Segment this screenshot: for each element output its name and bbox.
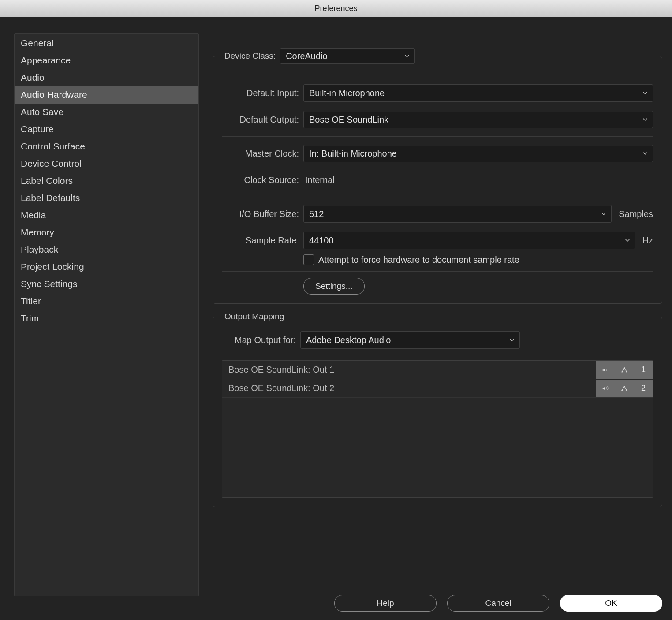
footer-buttons: Help Cancel OK [213,595,662,612]
master-clock-label: Master Clock: [222,149,299,159]
sidebar-item-titler[interactable]: Titler [15,293,198,310]
sidebar-item-audio-hardware[interactable]: Audio Hardware [15,86,198,104]
sidebar-item-label-defaults[interactable]: Label Defaults [15,190,198,207]
device-group: Device Class: CoreAudio Default Input: B… [213,48,662,304]
titlebar: Preferences [0,0,672,17]
force-sample-rate-label: Attempt to force hardware to document sa… [318,255,519,265]
chevron-down-icon [642,116,648,123]
map-output-for-value: Adobe Desktop Audio [306,335,391,345]
default-input-dropdown[interactable]: Built-in Microphone [303,84,653,102]
chevron-down-icon [404,53,410,59]
cancel-button-label: Cancel [485,598,511,608]
speaker-left-icon[interactable] [596,361,615,379]
sidebar-item-general[interactable]: General [15,34,198,52]
sidebar-item-device-control[interactable]: Device Control [15,155,198,172]
sidebar-item-appearance[interactable]: Appearance [15,52,198,69]
settings-button[interactable]: Settings... [303,278,365,295]
speaker-right-icon[interactable] [596,380,615,397]
io-buffer-size-suffix: Samples [616,209,653,219]
output-mapping-row-name: Bose OE SoundLink: Out 2 [228,383,596,393]
divider [222,197,653,197]
clock-source-label: Clock Source: [222,175,299,185]
io-buffer-size-value: 512 [309,209,324,219]
settings-button-label: Settings... [315,281,353,291]
chevron-down-icon [509,337,515,343]
chevron-down-icon [642,150,648,157]
sample-rate-dropdown[interactable]: 44100 [303,232,635,249]
map-output-for-label: Map Output for: [222,335,296,345]
sidebar-item-playback[interactable]: Playback [15,241,198,258]
output-channel-number[interactable]: 2 [634,380,653,397]
divider [222,271,653,272]
svg-point-1 [626,371,627,373]
output-mapping-panel: Bose OE SoundLink: Out 1 1 Bose OE Sound… [222,360,653,498]
sidebar-item-project-locking[interactable]: Project Locking [15,258,198,276]
routing-icon[interactable] [615,380,634,397]
output-channel-number[interactable]: 1 [634,361,653,379]
window-body: General Appearance Audio Audio Hardware … [0,17,672,620]
sidebar-item-capture[interactable]: Capture [15,121,198,138]
output-mapping-row-name: Bose OE SoundLink: Out 1 [228,365,596,375]
clock-source-value: Internal [303,175,335,185]
preferences-content: Device Class: CoreAudio Default Input: B… [213,48,662,576]
svg-point-5 [624,386,625,387]
divider [222,136,653,137]
help-button[interactable]: Help [334,595,437,612]
chevron-down-icon [642,90,648,96]
default-input-label: Default Input: [222,88,299,98]
svg-point-4 [626,390,627,391]
svg-point-3 [621,390,623,391]
sample-rate-suffix: Hz [640,235,653,246]
output-mapping-group: Output Mapping Map Output for: Adobe Des… [213,312,662,507]
master-clock-dropdown[interactable]: In: Built-in Microphone [303,145,653,162]
sidebar-item-trim[interactable]: Trim [15,310,198,327]
io-buffer-size-dropdown[interactable]: 512 [303,205,612,223]
map-output-for-dropdown[interactable]: Adobe Desktop Audio [300,331,520,349]
sidebar-item-sync-settings[interactable]: Sync Settings [15,276,198,293]
sidebar-item-label-colors[interactable]: Label Colors [15,172,198,190]
default-input-value: Built-in Microphone [309,88,385,98]
default-output-value: Bose OE SoundLink [309,115,388,125]
sidebar-item-memory[interactable]: Memory [15,224,198,241]
window-title: Preferences [314,4,357,13]
sample-rate-value: 44100 [309,235,334,246]
svg-point-0 [621,371,623,373]
routing-icon[interactable] [615,361,634,379]
device-group-legend: Device Class: CoreAudio [222,48,418,64]
sample-rate-label: Sample Rate: [222,235,299,246]
chevron-down-icon [601,211,607,217]
output-mapping-row[interactable]: Bose OE SoundLink: Out 2 2 [222,379,653,398]
sidebar-item-audio[interactable]: Audio [15,69,198,86]
master-clock-value: In: Built-in Microphone [309,149,397,159]
device-class-value: CoreAudio [286,51,328,61]
preferences-sidebar: General Appearance Audio Audio Hardware … [14,33,199,596]
default-output-label: Default Output: [222,115,299,125]
svg-point-2 [624,367,625,369]
cancel-button[interactable]: Cancel [447,595,549,612]
sidebar-item-control-surface[interactable]: Control Surface [15,138,198,155]
sidebar-item-auto-save[interactable]: Auto Save [15,104,198,121]
output-mapping-legend: Output Mapping [222,312,287,321]
device-class-dropdown[interactable]: CoreAudio [280,48,415,64]
io-buffer-size-label: I/O Buffer Size: [222,209,299,219]
device-class-label: Device Class: [224,51,276,61]
ok-button-label: OK [605,598,617,608]
force-sample-rate-checkbox[interactable] [303,254,314,265]
sidebar-item-media[interactable]: Media [15,207,198,224]
chevron-down-icon [624,237,631,243]
help-button-label: Help [377,598,394,608]
output-mapping-row[interactable]: Bose OE SoundLink: Out 1 1 [222,361,653,379]
ok-button[interactable]: OK [560,595,662,612]
default-output-dropdown[interactable]: Bose OE SoundLink [303,111,653,128]
